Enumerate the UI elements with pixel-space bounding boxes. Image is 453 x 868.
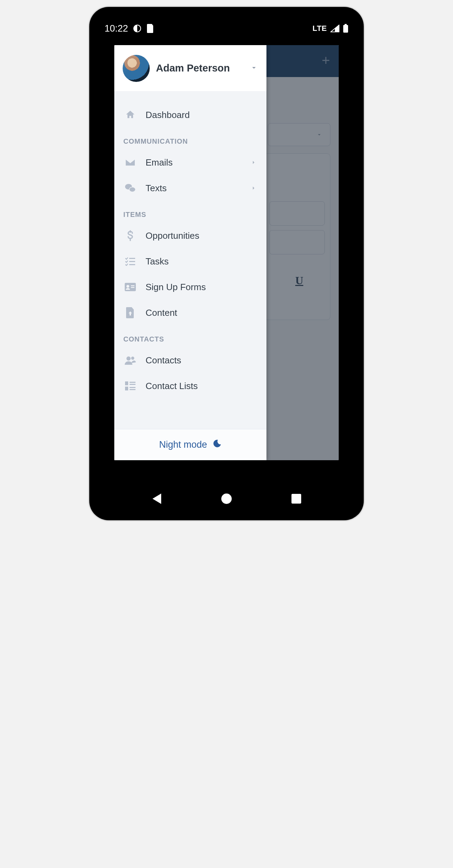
people-icon <box>124 355 137 365</box>
chevron-right-icon <box>250 157 257 168</box>
svg-rect-16 <box>130 382 135 383</box>
svg-point-13 <box>131 357 134 360</box>
file-upload-icon <box>124 307 137 318</box>
sd-card-icon <box>146 24 154 33</box>
network-label: LTE <box>313 24 327 33</box>
nav-label: Contact Lists <box>146 381 198 391</box>
status-bar: 10:22 LTE <box>94 12 359 45</box>
night-mode-toggle[interactable]: Night mode <box>114 429 266 460</box>
mail-icon <box>124 158 137 167</box>
nav-texts[interactable]: Texts <box>114 175 266 201</box>
nav-contacts[interactable]: Contacts <box>114 347 266 373</box>
section-communication: COMMUNICATION <box>114 128 266 150</box>
section-contacts: CONTACTS <box>114 326 266 347</box>
nav-opportunities[interactable]: Opportunities <box>114 223 266 248</box>
nav-emails[interactable]: Emails <box>114 150 266 175</box>
recents-button[interactable] <box>289 492 303 506</box>
nav-label: Content <box>146 307 177 318</box>
avatar <box>123 55 150 82</box>
svg-point-9 <box>126 285 129 288</box>
battery-icon <box>343 24 348 33</box>
moon-icon <box>213 439 222 450</box>
nav-tasks[interactable]: Tasks <box>114 248 266 274</box>
card-icon <box>124 283 137 291</box>
caret-down-icon <box>250 64 258 73</box>
checklist-icon <box>124 257 137 266</box>
nav-label: Emails <box>146 157 173 168</box>
svg-rect-18 <box>130 387 135 388</box>
chevron-right-icon <box>250 183 257 194</box>
svg-rect-17 <box>130 384 135 385</box>
app-viewport: U Suite That Adam Peterson <box>94 45 359 482</box>
nav-label: Opportunities <box>146 230 199 241</box>
nav-label: Sign Up Forms <box>146 282 206 293</box>
dollar-icon <box>124 230 137 241</box>
svg-rect-2 <box>343 25 348 33</box>
svg-rect-1 <box>345 24 347 25</box>
tablet-screen: 10:22 LTE <box>94 12 359 515</box>
system-nav-bar <box>94 482 359 515</box>
list-grid-icon <box>124 381 137 390</box>
nav-label: Tasks <box>146 256 168 267</box>
svg-rect-6 <box>129 261 135 262</box>
back-button[interactable] <box>150 492 164 506</box>
home-icon <box>124 109 137 120</box>
svg-point-20 <box>221 494 232 504</box>
home-button[interactable] <box>220 492 233 506</box>
svg-rect-10 <box>131 285 134 286</box>
svg-point-4 <box>129 187 135 192</box>
svg-rect-15 <box>125 387 128 390</box>
drawer-body: Dashboard COMMUNICATION Emails <box>114 92 266 429</box>
status-icon-contrast <box>133 24 141 33</box>
svg-rect-19 <box>130 389 135 390</box>
app-window: U Suite That Adam Peterson <box>114 45 339 460</box>
nav-label: Dashboard <box>146 110 190 120</box>
navigation-drawer: Adam Peterson Dashboard COMMUNICATI <box>114 45 266 460</box>
svg-rect-21 <box>291 494 301 504</box>
chat-icon <box>124 183 137 193</box>
nav-label: Contacts <box>146 355 181 366</box>
svg-rect-7 <box>129 264 135 265</box>
svg-rect-5 <box>129 258 135 259</box>
user-name: Adam Peterson <box>156 62 244 74</box>
svg-point-12 <box>126 356 131 361</box>
status-time: 10:22 <box>105 23 128 34</box>
signal-icon <box>330 25 339 32</box>
nav-dashboard[interactable]: Dashboard <box>114 102 266 128</box>
nav-contact-lists[interactable]: Contact Lists <box>114 373 266 399</box>
svg-rect-11 <box>131 287 134 288</box>
nav-label: Texts <box>146 183 167 194</box>
nav-content[interactable]: Content <box>114 300 266 326</box>
night-mode-label: Night mode <box>159 439 207 450</box>
nav-signup-forms[interactable]: Sign Up Forms <box>114 274 266 300</box>
drawer-user-header[interactable]: Adam Peterson <box>114 45 266 92</box>
svg-rect-14 <box>125 381 128 385</box>
tablet-frame: 10:22 LTE <box>89 7 364 520</box>
section-items: ITEMS <box>114 201 266 223</box>
